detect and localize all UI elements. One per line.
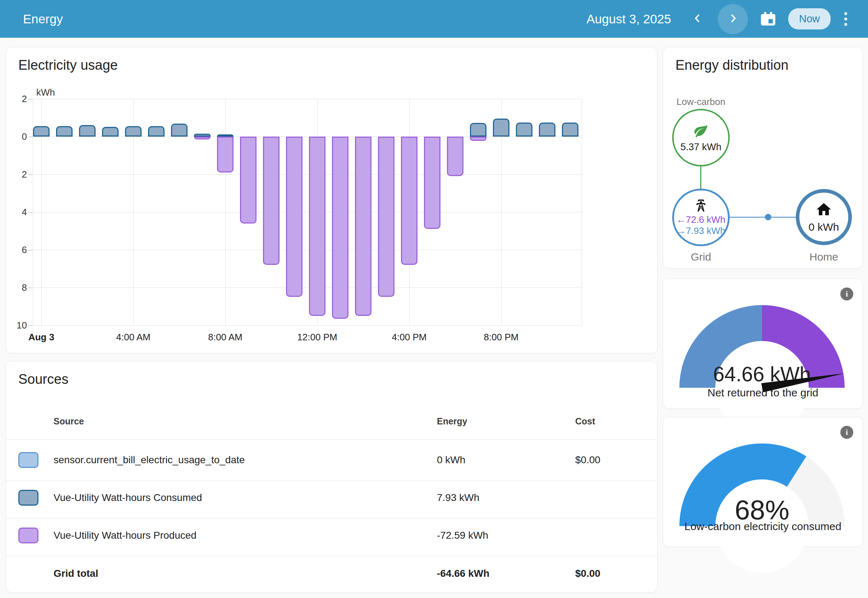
usage-bar-consumed[interactable] bbox=[125, 126, 142, 136]
usage-bar-consumed[interactable] bbox=[102, 127, 118, 136]
usage-bar-consumed[interactable] bbox=[79, 125, 96, 136]
grid-consumed-value: →7.93 kWh bbox=[677, 225, 725, 236]
usage-bar-consumed[interactable] bbox=[148, 126, 164, 136]
y-axis-unit: kWh bbox=[36, 87, 55, 98]
usage-bar-consumed[interactable] bbox=[493, 119, 509, 136]
low-carbon-gauge-card: i 68% Low-carbon electricity consumed bbox=[663, 417, 863, 547]
usage-bar-consumed[interactable] bbox=[56, 126, 73, 136]
usage-bar-produced[interactable] bbox=[470, 136, 487, 141]
usage-bar-produced[interactable] bbox=[263, 136, 279, 265]
source-energy: -72.59 kWh bbox=[437, 530, 488, 541]
grid-total-cost: $0.00 bbox=[575, 568, 601, 579]
y-tick-mark bbox=[28, 174, 33, 175]
now-button[interactable]: Now bbox=[788, 8, 831, 30]
usage-card-title: Electricity usage bbox=[18, 57, 118, 73]
column-header-energy: Energy bbox=[437, 416, 468, 426]
low-carbon-label: Low-carbon bbox=[665, 96, 737, 108]
axis-line-right bbox=[582, 99, 582, 325]
y-axis-label: 4 bbox=[9, 207, 27, 218]
low-carbon-value: 5.37 kWh bbox=[680, 142, 722, 153]
home-node: 0 kWh bbox=[796, 189, 852, 245]
usage-plot[interactable]: 20246810Aug 34:00 AM8:00 AM12:00 PM4:00 … bbox=[33, 99, 583, 325]
y-axis-label: 2 bbox=[9, 93, 27, 105]
previous-period-button[interactable] bbox=[683, 4, 713, 34]
source-name: Vue-Utility Watt-hours Produced bbox=[54, 530, 197, 541]
sources-card-title: Sources bbox=[18, 372, 68, 387]
gridline-horizontal bbox=[33, 174, 583, 175]
home-value: 0 kWh bbox=[808, 221, 839, 233]
usage-bar-produced[interactable] bbox=[447, 136, 463, 176]
usage-bar-produced[interactable] bbox=[355, 136, 372, 316]
usage-bar-produced[interactable] bbox=[332, 136, 348, 319]
source-energy: 7.93 kWh bbox=[437, 492, 479, 504]
next-period-button[interactable] bbox=[718, 4, 748, 34]
usage-bar-consumed[interactable] bbox=[470, 123, 487, 136]
calendar-button[interactable] bbox=[753, 4, 783, 34]
usage-bar-consumed[interactable] bbox=[194, 134, 211, 136]
source-color-swatch bbox=[18, 490, 39, 506]
info-icon[interactable]: i bbox=[840, 426, 853, 439]
y-tick-mark bbox=[28, 287, 33, 288]
y-axis-label: 2 bbox=[9, 169, 27, 180]
grid-return-value: ←72.6 kWh bbox=[677, 214, 725, 225]
usage-bar-consumed[interactable] bbox=[33, 126, 49, 136]
column-header-source: Source bbox=[54, 416, 84, 426]
leaf-icon bbox=[693, 123, 709, 140]
energy-dashboard: Energy August 3, 2025 Now bbox=[0, 0, 868, 598]
energy-distribution-card: Energy distribution Low-carbon 5.37 kWh … bbox=[663, 47, 863, 268]
usage-bar-produced[interactable] bbox=[401, 136, 417, 265]
y-axis-label: 0 bbox=[9, 131, 27, 142]
date-range-label: August 3, 2025 bbox=[587, 12, 671, 26]
transmission-tower-icon bbox=[694, 198, 708, 214]
table-divider bbox=[6, 556, 657, 556]
gridline-horizontal bbox=[33, 325, 583, 326]
grid-node-label: Grid bbox=[665, 251, 737, 263]
page-title: Energy bbox=[23, 0, 63, 38]
source-energy: 0 kWh bbox=[437, 454, 465, 466]
gridline-horizontal bbox=[33, 287, 583, 288]
net-returned-value: 64.66 kWh bbox=[680, 362, 845, 386]
overflow-menu-button[interactable] bbox=[836, 4, 856, 34]
source-color-swatch bbox=[18, 528, 39, 543]
sources-card: Sources Source Energy Cost sensor.curren… bbox=[6, 361, 657, 593]
x-axis-label: 8:00 AM bbox=[197, 332, 254, 343]
app-header: Energy August 3, 2025 Now bbox=[0, 0, 868, 38]
usage-bar-consumed[interactable] bbox=[562, 123, 578, 136]
usage-bar-produced[interactable] bbox=[309, 136, 326, 316]
y-axis-label: 8 bbox=[9, 282, 27, 293]
usage-bar-consumed[interactable] bbox=[516, 123, 532, 136]
y-tick-mark bbox=[28, 99, 33, 100]
grid-total-label: Grid total bbox=[54, 568, 98, 579]
source-cost: $0.00 bbox=[575, 454, 601, 466]
distribution-card-title: Energy distribution bbox=[675, 57, 789, 73]
usage-bar-produced[interactable] bbox=[286, 136, 302, 297]
table-divider bbox=[6, 440, 657, 440]
low-carbon-node: 5.37 kWh bbox=[672, 109, 730, 166]
source-color-swatch bbox=[18, 452, 39, 468]
gridline-horizontal bbox=[33, 136, 583, 137]
y-tick-mark bbox=[28, 212, 33, 213]
info-icon[interactable]: i bbox=[840, 287, 853, 300]
usage-bar-consumed[interactable] bbox=[539, 123, 556, 136]
y-axis-label: 6 bbox=[9, 244, 27, 256]
y-axis-label: 10 bbox=[9, 320, 27, 331]
usage-bar-produced[interactable] bbox=[240, 136, 257, 224]
grid-node: ←72.6 kWh →7.93 kWh bbox=[672, 189, 730, 246]
x-axis-label: Aug 3 bbox=[13, 332, 70, 343]
gridline-horizontal bbox=[33, 99, 583, 99]
usage-bar-consumed[interactable] bbox=[171, 124, 188, 136]
gridline-horizontal bbox=[33, 212, 583, 212]
gridline-vertical bbox=[225, 99, 226, 325]
x-axis-label: 12:00 PM bbox=[288, 332, 346, 343]
usage-bar-produced[interactable] bbox=[378, 136, 394, 297]
low-carbon-to-grid-line bbox=[700, 166, 701, 189]
usage-bar-produced[interactable] bbox=[424, 136, 441, 229]
column-header-cost: Cost bbox=[575, 416, 595, 426]
grid-total-energy: -64.66 kWh bbox=[437, 568, 489, 579]
energy-flow-dot bbox=[765, 214, 771, 220]
low-carbon-percent-label: Low-carbon electricity consumed bbox=[663, 520, 863, 532]
usage-bar-produced[interactable] bbox=[194, 136, 211, 139]
table-divider bbox=[6, 480, 657, 481]
usage-bar-produced[interactable] bbox=[217, 136, 233, 172]
net-returned-gauge-card: i 64.66 kWh Net returned to the grid bbox=[663, 278, 863, 409]
